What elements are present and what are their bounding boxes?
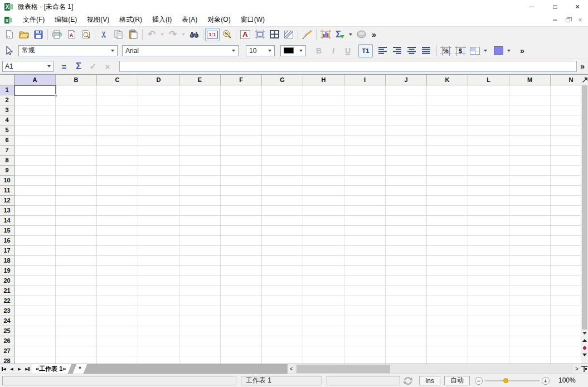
window-maximize-button[interactable]: □	[546, 0, 565, 13]
undo-button[interactable]: ↶	[144, 28, 159, 41]
menu-item[interactable]: 视图(V)	[82, 13, 114, 26]
bold-button[interactable]: B	[312, 44, 326, 57]
zoom-slider-track[interactable]	[485, 380, 540, 381]
selected-cell[interactable]	[14, 85, 56, 96]
zoom-out-button[interactable]: −	[475, 377, 483, 385]
previous-sheet-button[interactable]: ◀	[8, 364, 16, 374]
column-header[interactable]: N	[551, 75, 581, 85]
open-button[interactable]	[17, 28, 31, 41]
column-header[interactable]: C	[97, 75, 138, 85]
new-document-button[interactable]	[2, 28, 17, 41]
column-header[interactable]: K	[427, 75, 468, 85]
formula-input[interactable]	[119, 61, 577, 72]
fill-color-dropdown-button[interactable]	[506, 44, 512, 57]
export-pdf-button[interactable]: A	[64, 28, 79, 41]
row-header[interactable]: 12	[0, 196, 14, 206]
cell-borders-button[interactable]	[267, 28, 281, 41]
zoom-in-button[interactable]: +	[542, 377, 550, 385]
row-header[interactable]: 1	[0, 85, 14, 95]
row-header[interactable]: 18	[0, 256, 14, 266]
first-sheet-button[interactable]: ◀	[0, 364, 8, 374]
frame-border-button[interactable]	[252, 28, 267, 41]
menu-item[interactable]: 格式(R)	[114, 13, 147, 26]
insert-chart-button[interactable]	[318, 28, 333, 41]
column-header[interactable]: I	[344, 75, 386, 85]
menu-item[interactable]: 文件(F)	[18, 13, 50, 26]
equal-button[interactable]: ≡	[57, 60, 71, 73]
font-size-combobox[interactable]: 10	[246, 45, 275, 56]
autosum-dropdown-button[interactable]	[347, 28, 354, 41]
font-combobox[interactable]: Arial	[122, 45, 239, 56]
find-button[interactable]	[187, 28, 201, 41]
select-browse-object-button[interactable]	[581, 344, 588, 351]
undo-dropdown-button[interactable]	[159, 28, 166, 41]
cut-button[interactable]: ✂	[97, 28, 111, 41]
row-header[interactable]: 28	[0, 356, 14, 364]
row-header[interactable]: 7	[0, 146, 14, 156]
row-header[interactable]: 2	[0, 95, 14, 105]
scroll-right-button[interactable]: >	[573, 364, 581, 374]
save-button[interactable]	[31, 28, 46, 41]
menu-item[interactable]: 对象(O)	[202, 13, 235, 26]
last-sheet-button[interactable]: ▶	[23, 364, 31, 374]
menu-item[interactable]: 编辑(E)	[50, 13, 82, 26]
column-header[interactable]: A	[14, 75, 56, 85]
align-center-button[interactable]	[404, 44, 419, 57]
calc-mode-indicator[interactable]: 自动	[444, 376, 470, 385]
row-header[interactable]: 5	[0, 125, 14, 136]
italic-button[interactable]: I	[326, 44, 341, 57]
row-header[interactable]: 13	[0, 206, 14, 216]
page-break-corner-button[interactable]	[581, 364, 588, 374]
underline-button[interactable]: U	[341, 44, 355, 57]
row-header[interactable]: 26	[0, 336, 14, 346]
merge-cells-button[interactable]	[468, 44, 482, 57]
sheet-tab-active[interactable]: «工作表 1»	[32, 364, 71, 374]
fill-handle[interactable]	[55, 94, 57, 97]
column-header[interactable]: F	[221, 75, 262, 85]
doc-restore-button[interactable]	[562, 15, 574, 25]
character-format-button[interactable]: A	[238, 28, 252, 41]
horizontal-scrollbar-thumb[interactable]	[297, 365, 390, 373]
toolbar-overflow-button[interactable]: »	[372, 30, 376, 39]
sum-function-button[interactable]: Σ	[71, 60, 86, 73]
row-header[interactable]: 17	[0, 246, 14, 256]
doc-close-button[interactable]: ×	[574, 15, 586, 25]
format-painter-button[interactable]	[300, 28, 314, 41]
redo-button[interactable]: ↷	[166, 28, 180, 41]
row-header[interactable]: 4	[0, 115, 14, 125]
scroll-left-button[interactable]: <	[288, 364, 295, 374]
accept-formula-button[interactable]: ✓	[86, 60, 100, 73]
column-header[interactable]: J	[386, 75, 427, 85]
zoom-slider-thumb[interactable]	[503, 378, 508, 383]
column-header[interactable]: E	[179, 75, 221, 85]
doc-minimize-button[interactable]	[549, 15, 561, 25]
autosum-button[interactable]: Σ	[333, 28, 347, 41]
row-header[interactable]: 11	[0, 186, 14, 196]
currency-style-button[interactable]: $	[453, 44, 468, 57]
pattern-fill-button[interactable]	[281, 28, 296, 41]
row-header[interactable]: 21	[0, 286, 14, 296]
toolbar-overflow-button[interactable]: »	[520, 46, 524, 55]
row-header[interactable]: 16	[0, 236, 14, 246]
column-header[interactable]: H	[303, 75, 344, 85]
row-header[interactable]: 19	[0, 266, 14, 276]
vertical-text-button[interactable]: T1	[358, 44, 373, 57]
row-header[interactable]: 23	[0, 306, 14, 316]
merge-cells-dropdown-button[interactable]	[482, 44, 489, 57]
next-sheet-button[interactable]: ▶	[16, 364, 23, 374]
align-left-button[interactable]	[375, 44, 390, 57]
align-justify-button[interactable]	[419, 44, 433, 57]
paste-button[interactable]	[126, 28, 140, 41]
font-color-combobox[interactable]	[280, 45, 306, 56]
row-header[interactable]: 15	[0, 226, 14, 236]
scroll-down-button[interactable]	[581, 330, 588, 337]
window-minimize-button[interactable]: ─	[522, 0, 541, 13]
zoom-percent-button[interactable]: %	[220, 28, 234, 41]
menu-item[interactable]: 窗口(W)	[236, 13, 270, 26]
window-close-button[interactable]: ×	[568, 0, 587, 13]
menu-item[interactable]: 表(A)	[177, 13, 202, 26]
insert-mode-indicator[interactable]: Ins	[419, 376, 440, 385]
column-header[interactable]: M	[509, 75, 551, 85]
style-combobox[interactable]: 常规	[18, 45, 118, 56]
row-header[interactable]: 24	[0, 316, 14, 326]
